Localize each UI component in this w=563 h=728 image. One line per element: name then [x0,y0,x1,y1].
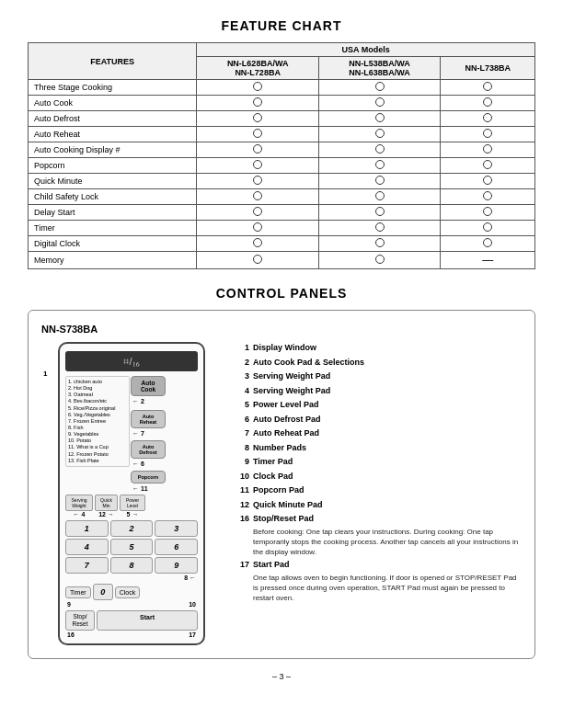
num-btn-8[interactable]: 8 [110,557,154,574]
microwave-body: ⌗/₁₆ 1. chicken auto 2. Hot Dog 3. Oatme… [58,342,205,645]
feature-item-1: 1 Display Window [233,342,522,355]
feature-item-5: 5 Power Level Pad [233,399,522,412]
auto-reheat-button[interactable]: Auto Reheat [131,410,166,428]
table-row: Digital Clock [29,236,535,252]
table-row: Auto Cook [29,96,535,111]
start-button[interactable]: Start [97,610,198,631]
feature-item-17: 17 Start Pad One tap allows oven to begi… [233,559,522,603]
table-row: Auto Reheat [29,127,535,142]
feature-item-10: 10 Clock Pad [233,471,522,483]
feature-table: FEATURES USA Models NN-L628BA/WANN-L728B… [28,42,535,269]
popcorn-button[interactable]: Popcorn [131,471,166,483]
num-btn-7[interactable]: 7 [65,557,109,574]
page-number: – 3 – [28,672,535,681]
num-btn-4[interactable]: 4 [65,539,109,555]
feature-item-8: 8 Number Pads [233,442,522,455]
col3-header: NN-L738BA [441,57,535,80]
feature-item-2: 2 Auto Cook Pad & Selections [233,357,522,370]
num-btn-3[interactable]: 3 [155,520,198,537]
microwave-diagram: 1 ⌗/₁₆ 1. chicken auto 2. Hot Dog 3 [41,342,216,645]
feature-chart-title: FEATURE CHART [28,18,535,33]
menu-list: 1. chicken auto 2. Hot Dog 3. Oatmeal 4.… [65,376,130,467]
panel-layout: 1 ⌗/₁₆ 1. chicken auto 2. Hot Dog 3 [41,342,522,645]
table-row: Timer [29,221,535,236]
clock-button[interactable]: Clock [115,586,141,598]
col2-header: NN-L538BA/WANN-L638BA/WA [318,57,440,80]
display-screen: ⌗/₁₆ [65,351,198,371]
control-panel-section: NN-S738BA 1 ⌗/₁₆ 1. chicken auto [28,310,535,659]
panel-model-label: NN-S738BA [41,324,522,335]
feature-item-11: 11 Popcorn Pad [233,484,522,497]
label-1: 1 [43,370,47,378]
table-row: Popcorn [29,158,535,174]
num-btn-6[interactable]: 6 [155,539,198,555]
table-row: Three Stage Cooking [29,80,535,96]
number-grid: 1 2 3 4 5 6 7 8 9 [65,520,198,574]
stop-reset-button[interactable]: Stop/Reset [65,610,95,631]
feature-item-6: 6 Auto Defrost Pad [233,414,522,427]
feature-item-12: 12 Quick Minute Pad [233,499,522,512]
control-panels-title: CONTROL PANELS [28,286,535,301]
col1-header: NN-L628BA/WANN-L728BA [197,57,318,80]
timer-button[interactable]: Timer [65,586,91,598]
table-row: Auto Defrost [29,111,535,127]
feature-item-16: 16 Stop/Reset Pad Before cooking: One ta… [233,513,522,557]
auto-cook-button[interactable]: Auto Cook [131,376,166,396]
feature-item-4: 4 Serving Weight Pad [233,385,522,398]
num-btn-9[interactable]: 9 [155,557,198,574]
table-row: Delay Start [29,205,535,221]
table-row: Quick Minute [29,174,535,189]
feature-item-9: 9 Timer Pad [233,456,522,469]
usa-models-header: USA Models [197,43,535,57]
num-btn-5[interactable]: 5 [110,539,154,555]
table-row: Child Safety Lock [29,189,535,205]
feature-item-7: 7 Auto Reheat Pad [233,427,522,440]
num-btn-1[interactable]: 1 [65,520,109,537]
feature-item-3: 3 Serving Weight Pad [233,370,522,383]
features-header: FEATURES [29,43,197,80]
table-row: Auto Cooking Display # [29,142,535,158]
bottom-row: Timer 0 Clock [65,584,198,600]
num-btn-0[interactable]: 0 [93,584,113,600]
num-btn-2[interactable]: 2 [110,520,154,537]
table-row: Memory— [29,252,535,269]
auto-defrost-button[interactable]: Auto Defrost [131,440,166,459]
feature-list: 1 Display Window 2 Auto Cook Pad & Selec… [233,342,522,645]
